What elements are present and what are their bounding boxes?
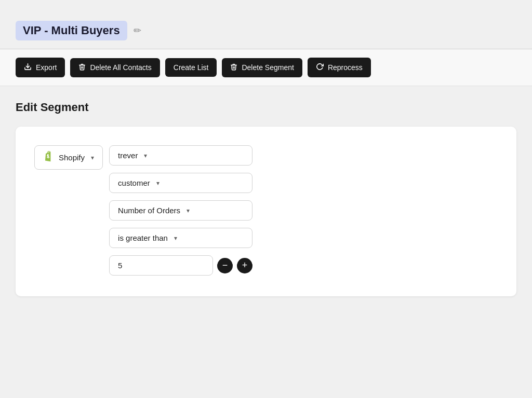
delete-segment-label: Delete Segment (242, 63, 294, 72)
operator-label: is greater than (118, 234, 168, 242)
type-chevron: ▾ (156, 180, 159, 187)
field-dropdown[interactable]: Number of Orders ▾ (109, 200, 252, 221)
account-label: trever (118, 151, 138, 160)
field-label: Number of Orders (118, 206, 180, 215)
top-bar: VIP - Multi Buyers ✏ (0, 10, 532, 49)
reprocess-button[interactable]: Reprocess (308, 58, 371, 77)
value-input-row: − + (109, 255, 252, 276)
create-list-button[interactable]: Create List (165, 58, 217, 77)
export-icon (24, 63, 32, 72)
edit-icon[interactable]: ✏ (134, 25, 141, 36)
field-chevron: ▾ (187, 207, 190, 214)
plus-icon: + (242, 260, 248, 271)
edit-segment-title: Edit Segment (16, 101, 516, 114)
minus-icon: − (222, 260, 228, 271)
increment-button[interactable]: + (237, 258, 252, 273)
segment-card: Shopify ▾ trever ▾ customer ▾ (16, 127, 516, 296)
value-input[interactable] (109, 255, 213, 276)
type-dropdown[interactable]: customer ▾ (109, 173, 252, 193)
account-chevron: ▾ (144, 152, 147, 159)
segment-title: VIP - Multi Buyers (16, 21, 127, 40)
delete-segment-icon (230, 63, 237, 72)
source-chevron: ▾ (91, 154, 94, 161)
reprocess-icon (316, 63, 324, 72)
delete-contacts-icon (78, 63, 86, 72)
delete-contacts-label: Delete All Contacts (90, 63, 151, 72)
reprocess-label: Reprocess (328, 63, 363, 72)
shopify-icon (43, 151, 55, 164)
decrement-button[interactable]: − (217, 258, 233, 273)
operator-chevron: ▾ (174, 235, 177, 242)
conditions-row: Shopify ▾ trever ▾ customer ▾ (34, 145, 498, 276)
export-button[interactable]: Export (16, 58, 65, 77)
operator-dropdown[interactable]: is greater than ▾ (109, 228, 252, 248)
toolbar: Export Delete All Contacts Create List (0, 49, 532, 86)
page-wrapper: VIP - Multi Buyers ✏ Export (0, 0, 532, 321)
main-content: Edit Segment Shopify ▾ trever ▾ (0, 86, 532, 311)
type-label: customer (118, 179, 150, 187)
delete-segment-button[interactable]: Delete Segment (222, 58, 302, 77)
export-label: Export (36, 63, 57, 72)
source-dropdown[interactable]: Shopify ▾ (34, 145, 103, 170)
source-label: Shopify (59, 153, 85, 162)
create-list-label: Create List (174, 63, 209, 72)
delete-all-contacts-button[interactable]: Delete All Contacts (70, 58, 159, 77)
account-dropdown[interactable]: trever ▾ (109, 145, 252, 166)
condition-group: trever ▾ customer ▾ Number of Orders ▾ (109, 145, 252, 276)
